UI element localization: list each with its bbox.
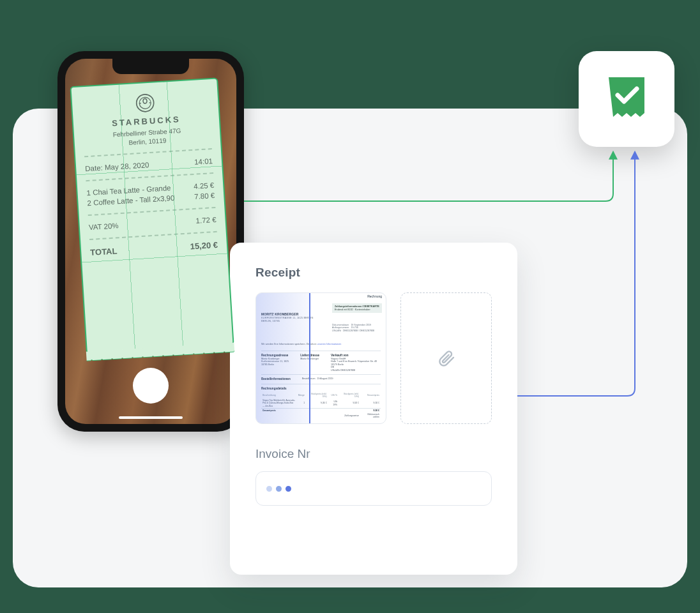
date-label: Date: <box>85 164 103 173</box>
phone-screen: STARBUCKS Fehrbelliner Strabe 47G Berlin… <box>65 59 236 424</box>
invoice-nr-input[interactable] <box>255 471 492 506</box>
loading-dot-icon <box>266 486 272 492</box>
scan-progress-overlay <box>256 293 310 423</box>
app-icon <box>579 51 674 147</box>
receipt-form-card: Receipt Rechnung MORITZ KRONBERGER KURFÜ… <box>230 243 517 575</box>
vat-value: 1.72 € <box>195 216 217 225</box>
date-value: May 28, 2020 <box>105 161 149 171</box>
phone-notch <box>112 59 189 74</box>
starbucks-logo-icon <box>135 93 155 113</box>
time-value: 14:01 <box>194 157 213 166</box>
paperclip-icon <box>438 349 455 367</box>
svg-point-2 <box>140 103 141 104</box>
mini-meta-sub: Endend mit 8132 · Karteninhaber <box>335 308 379 312</box>
invoice-nr-label: Invoice Nr <box>255 447 492 461</box>
camera-shutter-button[interactable] <box>133 368 169 404</box>
home-indicator <box>119 416 183 419</box>
attachment-dropzone[interactable] <box>400 292 492 424</box>
loading-dot-icon <box>276 486 282 492</box>
section-title-receipt: Receipt <box>255 266 492 280</box>
svg-point-0 <box>136 94 155 112</box>
line-item-price: 7.80 € <box>194 192 215 201</box>
total-label: TOTAL <box>90 246 118 257</box>
total-value: 15,20 € <box>190 240 218 252</box>
mini-link: unseren Informationen <box>317 343 341 345</box>
mini-doc-type: Rechnung <box>367 294 382 298</box>
receipt-edge-icon <box>86 343 234 361</box>
loading-dot-icon <box>285 486 291 492</box>
phone-mock: STARBUCKS Fehrbelliner Strabe 47G Berlin… <box>57 51 244 432</box>
receipt-scan-overlay: STARBUCKS Fehrbelliner Strabe 47G Berlin… <box>70 77 234 354</box>
receipt-check-icon <box>604 75 650 123</box>
line-item-price: 4.25 € <box>194 181 215 190</box>
invoice-thumbnail[interactable]: Rechnung MORITZ KRONBERGER KURFÜRSTENSTR… <box>255 292 386 424</box>
vat-label: VAT 20% <box>89 222 119 231</box>
svg-point-3 <box>149 102 151 103</box>
